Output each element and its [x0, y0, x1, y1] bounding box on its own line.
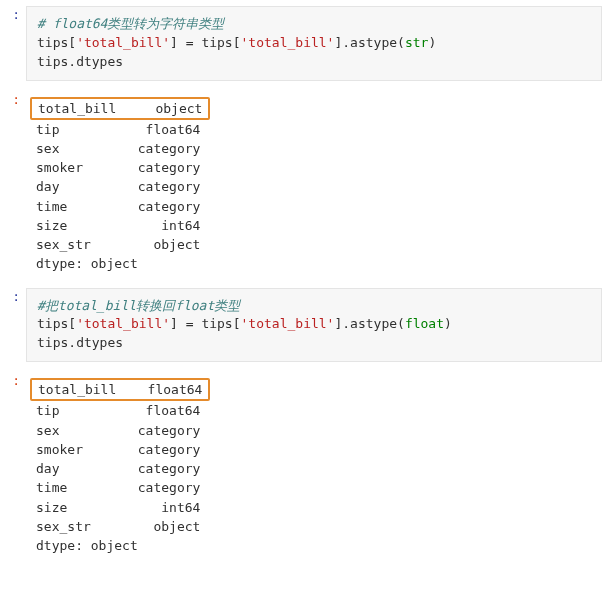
dtype-row: sex category: [36, 139, 592, 158]
code-tok: tips: [37, 335, 68, 350]
code-tok: tips: [37, 316, 68, 331]
code-area-1[interactable]: # float64类型转为字符串类型 tips['total_bill'] = …: [26, 6, 602, 81]
code-tok: 'total_bill': [241, 35, 335, 50]
code-tok: (: [397, 316, 405, 331]
out-prompt-2: :: [0, 372, 26, 559]
code-tok: astype: [350, 316, 397, 331]
dtype-row: time category: [36, 478, 592, 497]
code-tok: 'total_bill': [76, 316, 170, 331]
code-tok: tips: [201, 316, 232, 331]
code-tok: (: [397, 35, 405, 50]
code-tok: ].: [334, 316, 350, 331]
output-area-1: total_bill object tip float64sex categor…: [26, 91, 602, 278]
code-tok: tips: [201, 35, 232, 50]
dtype-row: sex_str object: [36, 517, 592, 536]
code-tok: dtypes: [76, 335, 123, 350]
code-tok: .: [68, 335, 76, 350]
highlight-2-text: total_bill float64: [38, 382, 202, 397]
code-tok: ] =: [170, 316, 201, 331]
code-tok: tips: [37, 54, 68, 69]
code-tok: [: [68, 316, 76, 331]
dtype-row: smoker category: [36, 158, 592, 177]
output-cell-2-body: total_bill float64 tip float64sex catego…: [26, 372, 616, 559]
code-tok: ] =: [170, 35, 201, 50]
output-cell-1: : total_bill object tip float64sex categ…: [0, 85, 616, 282]
dtype-row: tip float64: [36, 120, 592, 139]
out1-rows: tip float64sex categorysmoker categoryda…: [36, 120, 592, 255]
dtype-row: day category: [36, 177, 592, 196]
code-tok: .: [68, 54, 76, 69]
in-prompt-1: :: [0, 6, 26, 81]
dtype-row: sex_str object: [36, 235, 592, 254]
dtype-row: smoker category: [36, 440, 592, 459]
dtype-row: sex category: [36, 421, 592, 440]
code-comment-2: #把total_bill转换回float类型: [37, 298, 240, 313]
output-area-2: total_bill float64 tip float64sex catego…: [26, 372, 602, 559]
output-cell-2: : total_bill float64 tip float64sex cate…: [0, 366, 616, 563]
code-tok: ): [428, 35, 436, 50]
code-cell-1: : # float64类型转为字符串类型 tips['total_bill'] …: [0, 0, 616, 85]
code-tok: [: [233, 35, 241, 50]
code-tok: tips: [37, 35, 68, 50]
out-prompt-1: :: [0, 91, 26, 278]
code-tok: 'total_bill': [76, 35, 170, 50]
dtype-row: size int64: [36, 498, 592, 517]
dtype-row: tip float64: [36, 401, 592, 420]
code-tok: ].: [334, 35, 350, 50]
highlight-row-2: total_bill float64: [30, 378, 210, 401]
in-prompt-2: :: [0, 288, 26, 363]
code-tok: ): [444, 316, 452, 331]
code-comment-1: # float64类型转为字符串类型: [37, 16, 224, 31]
code-tok: str: [405, 35, 428, 50]
code-tok: [: [68, 35, 76, 50]
code-cell-2: : #把total_bill转换回float类型 tips['total_bil…: [0, 282, 616, 367]
code-cell-2-body: #把total_bill转换回float类型 tips['total_bill'…: [26, 288, 616, 363]
code-tok: dtypes: [76, 54, 123, 69]
highlight-row-1: total_bill object: [30, 97, 210, 120]
code-tok: astype: [350, 35, 397, 50]
out2-footer: dtype: object: [36, 536, 592, 555]
dtype-row: time category: [36, 197, 592, 216]
out2-rows: tip float64sex categorysmoker categoryda…: [36, 401, 592, 536]
code-cell-1-body: # float64类型转为字符串类型 tips['total_bill'] = …: [26, 6, 616, 81]
highlight-1-text: total_bill object: [38, 101, 202, 116]
output-cell-1-body: total_bill object tip float64sex categor…: [26, 91, 616, 278]
code-tok: 'total_bill': [241, 316, 335, 331]
code-area-2[interactable]: #把total_bill转换回float类型 tips['total_bill'…: [26, 288, 602, 363]
dtype-row: day category: [36, 459, 592, 478]
out1-footer: dtype: object: [36, 254, 592, 273]
code-tok: [: [233, 316, 241, 331]
dtype-row: size int64: [36, 216, 592, 235]
code-tok: float: [405, 316, 444, 331]
